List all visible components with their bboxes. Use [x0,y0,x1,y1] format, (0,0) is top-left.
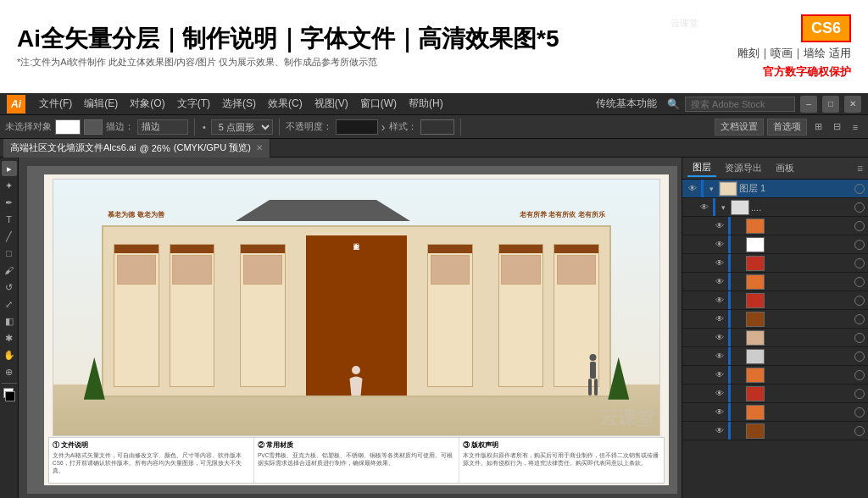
opacity-arrow[interactable]: › [381,120,386,134]
separator3 [460,119,461,136]
close-btn[interactable]: ✕ [844,96,861,113]
layer-eye-icon[interactable]: 👁 [713,406,726,419]
style-swatch[interactable] [420,119,454,135]
layer-row[interactable]: 👁 ▸ [682,291,868,310]
layer-eye-icon[interactable]: 👁 [713,331,726,345]
tab-close-btn[interactable]: ✕ [256,143,263,152]
mode-selector[interactable]: 传统基本功能 [591,95,662,113]
align-icon[interactable]: ⊟ [829,119,844,135]
menu-file[interactable]: 文件(F) [34,95,77,113]
direct-select-tool[interactable]: ✦ [2,178,17,193]
doc-settings-btn[interactable]: 文档设置 [715,119,764,136]
menu-help[interactable]: 帮助(H) [403,95,448,113]
center-entrance: 夕阳金色老人 [306,235,407,395]
canvas-area[interactable]: 夕阳金色老人 [19,158,682,498]
menu-object[interactable]: 对象(O) [125,95,170,113]
opacity-input[interactable]: 100% [336,119,378,135]
layer-expand-btn[interactable]: ▾ [717,202,729,213]
layer-eye-icon[interactable]: 👁 [713,238,726,252]
line-tool[interactable]: ╱ [2,229,17,244]
menu-select[interactable]: 选择(S) [217,95,261,113]
layer-row[interactable]: 👁 ▸ [682,422,868,440]
hand-tool[interactable]: ✋ [2,347,17,362]
layer-eye-icon[interactable]: 👁 [713,368,726,382]
layers-tab-layers[interactable]: 图层 [687,159,716,177]
brush-selector[interactable]: 5 点圆形 [211,119,273,135]
menu-edit[interactable]: 编辑(E) [79,95,123,113]
rotate-tool[interactable]: ↺ [2,279,17,295]
layer-row[interactable]: 👁 ▸ [682,254,868,273]
menu-type[interactable]: 文字(T) [172,95,215,113]
layer-eye-icon[interactable]: 👁 [713,387,726,401]
layer-thumbnail [746,219,765,234]
layer-eye-icon[interactable]: 👁 [713,313,726,326]
layer-row[interactable]: 👁 ▸ [682,235,868,254]
layers-list: 👁 ▾ 图层 1 👁 ▾ .... [682,180,868,498]
layer-eye-icon[interactable]: 👁 [713,219,726,233]
layer-row[interactable]: 👁 ▾ .... [682,198,868,217]
layer-thumbnail [746,312,765,327]
menu-view[interactable]: 视图(V) [309,95,353,113]
layer-thumbnail [746,256,765,271]
stroke-input[interactable] [137,119,188,135]
layer-thumbnail [746,386,765,401]
layers-tab-artboards[interactable]: 画板 [771,160,799,176]
layer-row[interactable]: 👁 ▸ [682,366,868,385]
menu-effect[interactable]: 效果(C) [263,95,308,113]
layer-eye-icon[interactable]: 👁 [713,275,726,289]
info-title-1: ① 文件说明 [53,440,250,450]
fill-box[interactable] [2,387,17,402]
menu-right: 传统基本功能 🔍 – □ ✕ [591,95,861,113]
layers-tab-export[interactable]: 资源导出 [720,160,767,176]
layer-eye-icon[interactable]: 👁 [713,424,726,438]
layer-row[interactable]: 👁 ▾ 图层 1 [682,180,868,198]
layer-eye-icon[interactable]: 👁 [698,201,711,214]
info-text-3: 本文件版权归原作者所有，购买后可用于商业制作，但不得二次销售或传播源文件。如有侵… [463,451,660,467]
layer-row[interactable]: 👁 ▸ [682,385,868,403]
layer-row[interactable]: 👁 ▸ [682,217,868,235]
layer-row[interactable]: 👁 ▸ [682,347,868,366]
preferences-btn[interactable]: 首选项 [767,119,807,136]
panel-1 [114,244,159,387]
shape-tool[interactable]: □ [2,246,17,261]
layer-row[interactable]: 👁 ▸ [682,329,868,347]
menu-window[interactable]: 窗口(W) [355,95,402,113]
fill-swatch[interactable] [55,119,81,135]
layers-menu-icon[interactable]: ≡ [857,163,863,174]
pen-tool[interactable]: ✒ [2,195,17,210]
layer-row[interactable]: 👁 ▸ [682,310,868,329]
gradient-tool[interactable]: ◧ [2,313,17,329]
svg-rect-2 [590,362,596,379]
layer-circle [854,407,865,418]
minimize-btn[interactable]: – [800,96,817,113]
select-tool[interactable]: ▸ [2,161,17,176]
layer-eye-icon[interactable]: 👁 [713,257,726,270]
document-tab[interactable]: 高端社区文化墙源文件Alcs6.ai @ 26% (CMYK/GPU 预览) ✕ [3,139,270,158]
grid-icon[interactable]: ⊞ [810,119,826,135]
stroke-swatch[interactable] [84,119,103,135]
menu-icon[interactable]: ≡ [848,119,863,135]
layer-eye-icon[interactable]: 👁 [713,294,726,307]
layer-thumbnail [746,293,765,308]
layer-circle [854,296,865,306]
maximize-btn[interactable]: □ [822,96,839,113]
layer-eye-icon[interactable]: 👁 [713,350,726,363]
layer-eye-icon[interactable]: 👁 [686,182,699,196]
banner-right: CS6 雕刻｜喷画｜墙绘 适用 官方数字确权保护 [737,14,851,80]
cs6-badge: CS6 [801,14,851,42]
banner-subtitle: *注:文件为Ai软件制作 此处立体效果图/内容/图片 仅为展示效果、制作成品参考… [17,56,737,69]
layer-expand-btn[interactable]: ▾ [705,183,717,195]
zoom-tool[interactable]: ⊕ [2,364,17,379]
layer-row[interactable]: 👁 ▸ [682,273,868,291]
svg-rect-3 [588,379,592,396]
type-tool[interactable]: T [2,212,17,227]
svg-rect-4 [594,379,598,396]
eyedropper-tool[interactable]: ✱ [2,330,17,346]
layer-row[interactable]: 👁 ▸ [682,403,868,422]
scale-tool[interactable]: ⤢ [2,296,17,312]
paintbrush-tool[interactable]: 🖌 [2,263,17,278]
separator [194,119,195,136]
stock-search-input[interactable] [685,97,795,112]
layer-circle [854,389,865,399]
info-col-3: ③ 版权声明 本文件版权归原作者所有，购买后可用于商业制作，但不得二次销售或传播… [459,438,664,483]
